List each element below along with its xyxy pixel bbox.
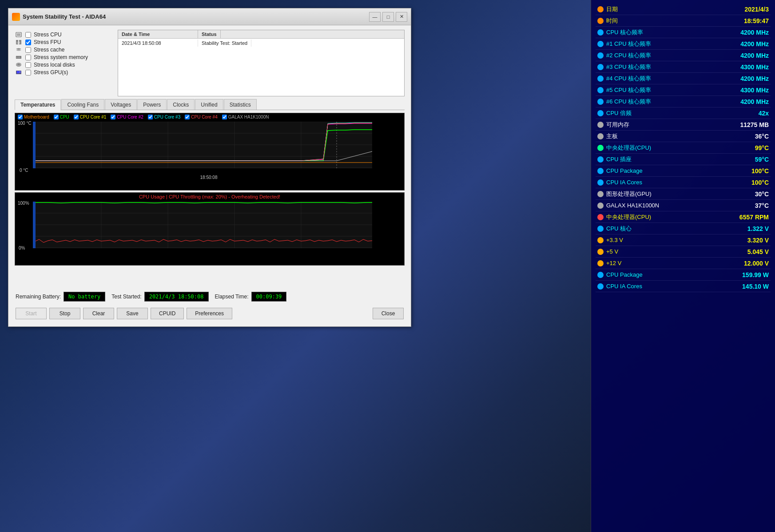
sidebar-row-label-7: #5 CPU 核心频率 <box>606 86 651 94</box>
battery-label: Remaining Battery: <box>16 294 61 300</box>
sidebar-row-label-15: CPU IA Cores <box>606 179 642 186</box>
stop-button[interactable]: Stop <box>49 308 80 319</box>
gpu-icon <box>15 69 23 75</box>
sidebar-row-left-19: CPU 核心 <box>597 225 632 233</box>
sidebar-row-label-14: CPU Package <box>606 167 643 174</box>
checkbox-stress-gpu[interactable]: Stress GPU(s) <box>15 69 112 75</box>
legend-core4[interactable]: CPU Core #4 <box>185 115 217 119</box>
right-sidebar: 日期2021/4/3时间18:59:47CPU 核心频率4200 MHz#1 C… <box>591 0 775 532</box>
sidebar-row-left-6: #4 CPU 核心频率 <box>597 75 651 83</box>
sidebar-row-value-2: 4200 MHz <box>740 29 769 36</box>
sidebar-row-label-17: GALAX HA1K1000N <box>606 202 659 209</box>
log-header-datetime: Date & Time <box>118 30 198 38</box>
close-window-button[interactable]: ✕ <box>396 12 407 22</box>
title-bar-left: System Stability Test - AIDA64 <box>12 13 106 21</box>
sidebar-row-label-10: 可用内存 <box>606 121 629 129</box>
sidebar-row-icon-3 <box>597 41 604 47</box>
sidebar-row-icon-14 <box>597 168 604 174</box>
cpu-icon <box>15 32 23 38</box>
sidebar-row-19: CPU 核心1.322 V <box>596 223 771 234</box>
legend-core4-checkbox[interactable] <box>185 115 190 119</box>
sidebar-row-value-1: 18:59:47 <box>744 17 769 24</box>
tab-statistics[interactable]: Statistics <box>224 99 257 110</box>
sidebar-row-label-1: 时间 <box>606 17 618 25</box>
temp-chart-svg: 100 84 37 35 <box>35 122 372 168</box>
stress-disks-checkbox[interactable] <box>25 62 31 68</box>
stress-fpu-checkbox[interactable] <box>25 40 31 45</box>
stress-cpu-checkbox[interactable] <box>25 32 31 38</box>
tab-cooling-fans[interactable]: Cooling Fans <box>61 99 104 110</box>
checkbox-stress-disks[interactable]: Stress local disks <box>15 62 112 68</box>
tab-temperatures[interactable]: Temperatures <box>15 99 61 110</box>
sidebar-row-left-0: 日期 <box>597 5 618 13</box>
main-window: System Stability Test - AIDA64 — □ ✕ Str… <box>8 8 411 327</box>
minimize-button[interactable]: — <box>369 12 381 22</box>
maximize-button[interactable]: □ <box>382 12 394 22</box>
tab-unified[interactable]: Unified <box>195 99 223 110</box>
stress-gpu-checkbox[interactable] <box>25 70 31 75</box>
sidebar-row-left-13: CPU 插座 <box>597 155 632 163</box>
sidebar-row-12: 中央处理器(CPU)99°C <box>596 142 771 154</box>
svg-rect-16 <box>17 71 19 73</box>
usage-chart-svg: 100% 16% <box>35 202 372 248</box>
stress-cache-checkbox[interactable] <box>25 47 31 53</box>
sidebar-row-icon-5 <box>597 64 604 70</box>
sidebar-row-icon-6 <box>597 75 604 82</box>
legend-cpu-label: CPU <box>60 115 69 119</box>
sidebar-row-icon-15 <box>597 179 604 186</box>
sidebar-row-5: #3 CPU 核心频率4300 MHz <box>596 61 771 73</box>
sidebar-row-value-11: 36°C <box>755 133 769 140</box>
sidebar-row-icon-4 <box>597 52 604 59</box>
sidebar-row-3: #1 CPU 核心频率4200 MHz <box>596 38 771 50</box>
sidebar-row-label-9: CPU 倍频 <box>606 109 632 117</box>
sidebar-row-22: +12 V12.000 V <box>596 258 771 269</box>
stress-memory-checkbox[interactable] <box>25 55 31 60</box>
svg-rect-33 <box>35 202 372 248</box>
log-panel: Date & Time Status 2021/4/3 18:50:08 Sta… <box>118 30 405 96</box>
sidebar-row-left-2: CPU 核心频率 <box>597 28 643 36</box>
legend-galax[interactable]: GALAX HA1K1000N <box>222 115 269 119</box>
preferences-button[interactable]: Preferences <box>187 308 232 319</box>
svg-point-17 <box>19 71 21 73</box>
checkbox-stress-fpu[interactable]: 123 Stress FPU <box>15 39 112 45</box>
sidebar-row-21: +5 V5.045 V <box>596 246 771 258</box>
chart-scroll[interactable] <box>33 122 36 168</box>
legend-cpu[interactable]: CPU <box>54 115 69 119</box>
sidebar-row-left-1: 时间 <box>597 17 618 25</box>
legend-core3[interactable]: CPU Core #3 <box>148 115 180 119</box>
usage-title: CPU Usage | CPU Throttling (max: 20%) - … <box>15 193 404 201</box>
checkbox-stress-cpu[interactable]: Stress CPU <box>15 32 112 38</box>
legend-core3-checkbox[interactable] <box>148 115 153 119</box>
legend-core2-checkbox[interactable] <box>111 115 115 119</box>
sidebar-row-value-21: 5.045 V <box>747 248 769 255</box>
tab-powers[interactable]: Powers <box>137 99 167 110</box>
legend-core1[interactable]: CPU Core #1 <box>74 115 106 119</box>
sidebar-row-icon-19 <box>597 226 604 232</box>
legend-core2[interactable]: CPU Core #2 <box>111 115 143 119</box>
legend-motherboard-checkbox[interactable] <box>18 115 23 119</box>
sidebar-row-value-22: 12.000 V <box>744 260 769 267</box>
sidebar-row-value-4: 4200 MHz <box>740 52 769 59</box>
checkbox-stress-memory[interactable]: Stress system memory <box>15 54 112 60</box>
start-button[interactable]: Start <box>16 308 47 319</box>
close-button[interactable]: Close <box>373 308 404 319</box>
svg-rect-9 <box>18 56 19 58</box>
checkbox-stress-cache[interactable]: Stress cache <box>15 47 112 53</box>
legend-cpu-checkbox[interactable] <box>54 115 59 119</box>
legend-motherboard[interactable]: Motherboard <box>18 115 49 119</box>
sidebar-row-label-13: CPU 插座 <box>606 155 632 163</box>
sidebar-row-left-10: 可用内存 <box>597 121 629 129</box>
sidebar-row-icon-20 <box>597 237 604 243</box>
tab-voltages[interactable]: Voltages <box>105 99 137 110</box>
legend-galax-checkbox[interactable] <box>222 115 227 119</box>
cpuid-button[interactable]: CPUID <box>151 308 184 319</box>
tab-clocks[interactable]: Clocks <box>167 99 195 110</box>
clear-button[interactable]: Clear <box>83 308 114 319</box>
app-icon <box>12 13 20 21</box>
legend-core1-checkbox[interactable] <box>74 115 79 119</box>
sidebar-row-left-16: 图形处理器(GPU) <box>597 190 652 198</box>
save-button[interactable]: Save <box>117 308 148 319</box>
usage-scroll[interactable] <box>33 202 36 248</box>
sidebar-row-icon-16 <box>597 191 604 197</box>
sidebar-row-label-12: 中央处理器(CPU) <box>606 144 651 152</box>
